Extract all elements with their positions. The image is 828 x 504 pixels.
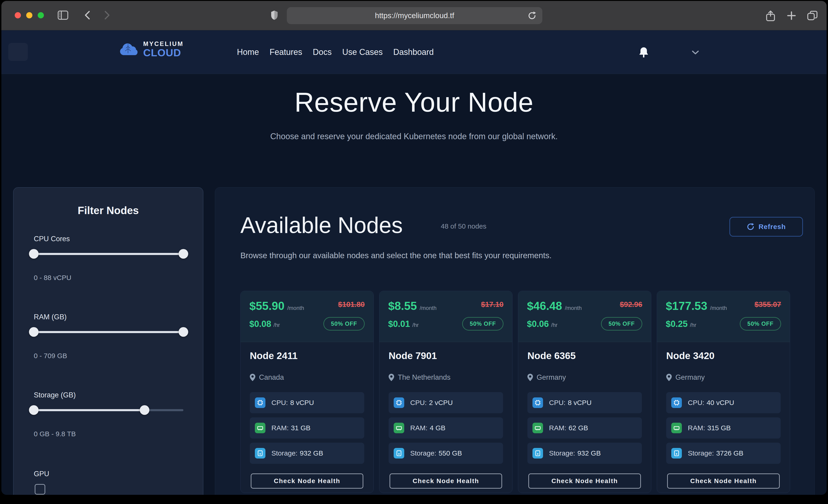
storage-label: Storage: xyxy=(549,449,575,457)
ram-label: RAM: xyxy=(549,424,566,432)
storage-value: 550 GB xyxy=(439,449,462,457)
ram-value: 31 GB xyxy=(291,424,310,432)
cpu-icon xyxy=(671,397,682,408)
chevron-down-icon[interactable] xyxy=(692,50,699,55)
node-name: Node 3420 xyxy=(666,350,781,361)
slider-handle-min[interactable] xyxy=(29,405,39,415)
discount-badge: 50% OFF xyxy=(323,317,365,331)
ram-slider[interactable] xyxy=(34,327,183,337)
gpu-checkbox[interactable] xyxy=(35,484,45,495)
share-icon[interactable] xyxy=(766,10,775,23)
storage-value: 932 GB xyxy=(577,449,601,457)
nav-link-home[interactable]: Home xyxy=(237,47,259,57)
filter-title: Filter Nodes xyxy=(13,204,203,217)
old-price: $17.10 xyxy=(462,300,503,309)
check-node-health-button[interactable]: Check Node Health xyxy=(251,473,363,489)
node-location: Germany xyxy=(675,373,705,382)
cpu-label: CPU: xyxy=(272,399,288,406)
cpu-value: 8 vCPU xyxy=(568,399,591,406)
node-card[interactable]: $8.55/month $0.01/hr $17.10 50% OFF Node… xyxy=(379,291,512,493)
reload-icon[interactable] xyxy=(528,11,536,21)
nav-link-dashboard[interactable]: Dashboard xyxy=(393,47,433,57)
storage-label: Storage (GB) xyxy=(34,391,183,399)
brand-text: MYCELIUM CLOUD xyxy=(143,41,183,58)
nav-link-docs[interactable]: Docs xyxy=(313,47,332,57)
cpu-icon xyxy=(533,397,543,408)
brand-line2: CLOUD xyxy=(143,48,183,58)
spec-row-storage: Storage:3726 GB xyxy=(666,443,781,464)
filter-group-ram: RAM (GB) 0 - 709 GB xyxy=(34,313,183,360)
node-name: Node 2411 xyxy=(250,350,364,361)
price-hour: $0.01 xyxy=(388,319,410,329)
card-body: Node 6365 Germany CPU:8 vCPU RAM:62 GB S… xyxy=(518,350,651,464)
slider-track[interactable] xyxy=(34,409,183,411)
new-tab-icon[interactable] xyxy=(786,10,796,22)
close-window-button[interactable] xyxy=(15,12,21,18)
slider-handle-max[interactable] xyxy=(178,327,188,337)
slider-handle-min[interactable] xyxy=(29,327,39,337)
ram-label: RAM: xyxy=(410,424,427,432)
navbar: MYCELIUM CLOUD Home Features Docs Use Ca… xyxy=(1,30,827,74)
ram-icon xyxy=(394,423,404,433)
card-pricing: $177.53/month $0.25/hr $355.07 50% OFF xyxy=(657,291,790,342)
check-node-health-button[interactable]: Check Node Health xyxy=(667,473,780,489)
price-month: $55.90 xyxy=(249,299,285,312)
slider-handle-max[interactable] xyxy=(178,249,188,259)
refresh-label: Refresh xyxy=(758,223,786,230)
brand-line1: MYCELIUM xyxy=(143,41,183,47)
cpu-cores-label: CPU Cores xyxy=(34,235,183,243)
cpu-label: CPU: xyxy=(410,399,427,406)
slider-track[interactable] xyxy=(34,253,183,255)
spec-row-storage: Storage:550 GB xyxy=(388,443,503,464)
nav-link-use-cases[interactable]: Use Cases xyxy=(342,47,383,57)
ram-value: 62 GB xyxy=(569,424,588,432)
ram-icon xyxy=(533,423,543,433)
cpu-icon xyxy=(394,397,404,408)
node-card[interactable]: $55.90/month $0.08/hr $101.80 50% OFF No… xyxy=(240,291,374,493)
refresh-icon xyxy=(747,222,754,231)
slider-handle-min[interactable] xyxy=(29,249,39,259)
per-month-label: /month xyxy=(565,305,582,311)
back-icon[interactable] xyxy=(85,10,90,21)
storage-slider[interactable] xyxy=(34,405,183,415)
spec-row-ram: RAM:4 GB xyxy=(388,417,503,438)
spec-row-storage: Storage:932 GB xyxy=(527,443,642,464)
node-card[interactable]: $177.53/month $0.25/hr $355.07 50% OFF N… xyxy=(657,291,790,493)
notifications-bell-icon[interactable] xyxy=(638,47,649,59)
storage-range-text: 0 GB - 9.8 TB xyxy=(34,430,183,438)
check-node-health-button[interactable]: Check Node Health xyxy=(528,473,641,489)
hero: Reserve Your Node Choose and reserve you… xyxy=(1,74,827,141)
brand-logo[interactable]: MYCELIUM CLOUD xyxy=(117,41,183,58)
old-price: $92.96 xyxy=(601,300,642,309)
ram-icon xyxy=(671,423,682,433)
location-pin-icon xyxy=(666,374,672,381)
sidebar-toggle-icon[interactable] xyxy=(58,10,68,21)
nav-link-features[interactable]: Features xyxy=(270,47,302,57)
discount-badge: 50% OFF xyxy=(740,317,781,331)
cpu-cores-slider[interactable] xyxy=(34,249,183,259)
available-nodes-title: Available Nodes xyxy=(240,212,403,238)
spec-row-cpu: CPU:8 vCPU xyxy=(527,392,642,413)
refresh-button[interactable]: Refresh xyxy=(730,217,803,237)
zoom-window-button[interactable] xyxy=(38,12,44,18)
storage-icon xyxy=(255,448,265,459)
forward-icon[interactable] xyxy=(104,10,110,21)
cloud-logo-icon xyxy=(117,41,139,58)
storage-icon xyxy=(394,448,404,459)
slider-handle-max[interactable] xyxy=(140,405,150,415)
node-card[interactable]: $46.48/month $0.06/hr $92.96 50% OFF Nod… xyxy=(518,291,651,493)
spec-row-cpu: CPU:8 vCPU xyxy=(250,392,364,413)
minimize-window-button[interactable] xyxy=(26,12,32,18)
old-price: $355.07 xyxy=(740,300,781,309)
node-location: The Netherlands xyxy=(398,373,450,382)
per-hour-label: /hr xyxy=(551,322,557,328)
tab-overview-icon[interactable] xyxy=(807,10,818,22)
url-bar[interactable]: https://myceliumcloud.tf xyxy=(287,7,542,24)
nodes-count: 48 of 50 nodes xyxy=(441,222,487,230)
check-node-health-button[interactable]: Check Node Health xyxy=(389,473,502,489)
privacy-shield-icon[interactable] xyxy=(271,10,278,21)
slider-track[interactable] xyxy=(34,331,183,333)
spec-row-ram: RAM:62 GB xyxy=(527,417,642,438)
cpu-value: 2 vCPU xyxy=(429,399,453,406)
location-pin-icon xyxy=(527,374,533,381)
